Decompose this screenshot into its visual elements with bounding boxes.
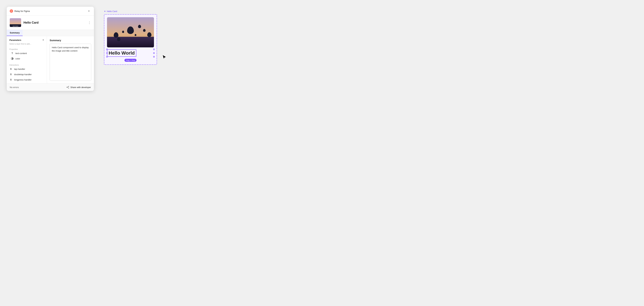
- handle-tr: [153, 49, 155, 50]
- property-text-content-label: text-content: [16, 52, 27, 55]
- balloon-7: [135, 34, 136, 36]
- more-icon: ⋮: [88, 21, 91, 24]
- share-icon: [66, 86, 69, 89]
- tabs-row: Summary: [7, 30, 94, 36]
- canvas-component-name: Hello Card: [107, 10, 117, 12]
- add-icon: +: [42, 38, 44, 42]
- property-color-label: color: [16, 57, 20, 60]
- balloon-8: [117, 37, 120, 41]
- close-button[interactable]: ×: [87, 9, 91, 13]
- summary-heading: Summary: [50, 39, 91, 42]
- svg-line-6: [67, 87, 68, 87]
- handle-bl: [106, 56, 108, 57]
- balloon-2: [127, 26, 134, 34]
- balloon-3: [138, 25, 141, 28]
- card-preview-wrapper: Hello World Hug × Hug: [104, 14, 157, 65]
- component-name: Hello Card: [24, 21, 38, 24]
- balloon-1: [114, 32, 118, 38]
- doubletap-handler-label: doubletap-handler: [14, 73, 32, 76]
- left-panel: Parameters + Select a layer first to add…: [7, 36, 47, 83]
- close-icon: ×: [88, 9, 90, 13]
- interaction-longpress-handler[interactable]: longpress-handler: [7, 77, 47, 82]
- doubletap-gesture-icon: [10, 73, 12, 76]
- svg-point-4: [68, 86, 69, 87]
- app-title: Relay for Figma: [14, 10, 30, 12]
- header-left: Relay for Figma: [10, 9, 30, 13]
- tab-summary[interactable]: Summary: [7, 30, 23, 36]
- summary-textarea[interactable]: [50, 44, 91, 81]
- interaction-tap-handler[interactable]: tap-handler: [7, 66, 47, 72]
- right-panel: Summary: [47, 36, 94, 83]
- thumbnail-label: Hello World: [12, 26, 18, 27]
- content-split: Parameters + Select a layer first to add…: [7, 36, 94, 83]
- panel-header: Relay for Figma ×: [7, 7, 94, 15]
- preview-title-wrapper: Hello World: [107, 49, 154, 57]
- add-parameter-button[interactable]: +: [42, 38, 44, 41]
- card-preview: Hello World Hug × Hug: [104, 14, 157, 65]
- select-hint: Select a layer first to add...: [7, 43, 47, 46]
- interaction-doubletap-handler[interactable]: doubletap-handler: [7, 72, 47, 77]
- text-icon: T: [11, 52, 14, 55]
- tap-handler-label: tap-handler: [14, 68, 25, 70]
- property-text-content[interactable]: T text-content: [8, 51, 46, 56]
- svg-point-3: [66, 87, 67, 88]
- balloon-4: [143, 29, 146, 32]
- parameters-header: Parameters +: [7, 36, 47, 43]
- handle-ml: [106, 52, 108, 54]
- component-thumbnail: Hello World: [10, 18, 21, 27]
- handle-mr: [153, 52, 155, 54]
- component-left: Hello World Hello Card: [10, 18, 38, 27]
- svg-line-7: [67, 87, 68, 88]
- properties-group-label: Properties: [7, 47, 20, 51]
- panel-footer: No errors Share with developer: [7, 83, 94, 91]
- property-color[interactable]: color: [8, 56, 46, 61]
- plugin-panel: Relay for Figma × Hello World Hello Card…: [7, 7, 94, 91]
- preview-title: Hello World: [109, 50, 135, 56]
- no-errors-label: No errors: [10, 86, 19, 89]
- canvas-area: ✦ Hello Card: [100, 7, 637, 68]
- preview-image: [107, 17, 154, 47]
- share-button[interactable]: Share with developer: [66, 86, 91, 89]
- relay-logo-icon: [10, 9, 13, 13]
- properties-group: Properties T text-content color: [7, 46, 47, 62]
- svg-point-5: [68, 88, 69, 88]
- color-icon: [11, 57, 14, 60]
- component-info-row: Hello World Hello Card ⋮: [7, 15, 94, 30]
- hug-label: Hug × Hug: [124, 59, 137, 62]
- handle-tl: [106, 49, 108, 50]
- longpress-gesture-icon: [10, 78, 12, 81]
- balloon-5: [147, 32, 152, 37]
- selection-box: Hello World: [107, 49, 136, 57]
- canvas-label: ✦ Hello Card: [104, 10, 117, 12]
- interactions-group-label: Interactions: [7, 63, 22, 67]
- more-options-button[interactable]: ⋮: [88, 21, 91, 24]
- share-label: Share with developer: [70, 86, 91, 89]
- tap-gesture-icon: [10, 67, 12, 70]
- parameters-label: Parameters: [10, 39, 21, 41]
- interactions-group: Interactions tap-handler: [7, 62, 47, 83]
- longpress-handler-label: longpress-handler: [14, 79, 32, 81]
- handle-br: [153, 56, 155, 57]
- balloon-6: [122, 31, 124, 33]
- diamond-icon: ✦: [104, 10, 106, 12]
